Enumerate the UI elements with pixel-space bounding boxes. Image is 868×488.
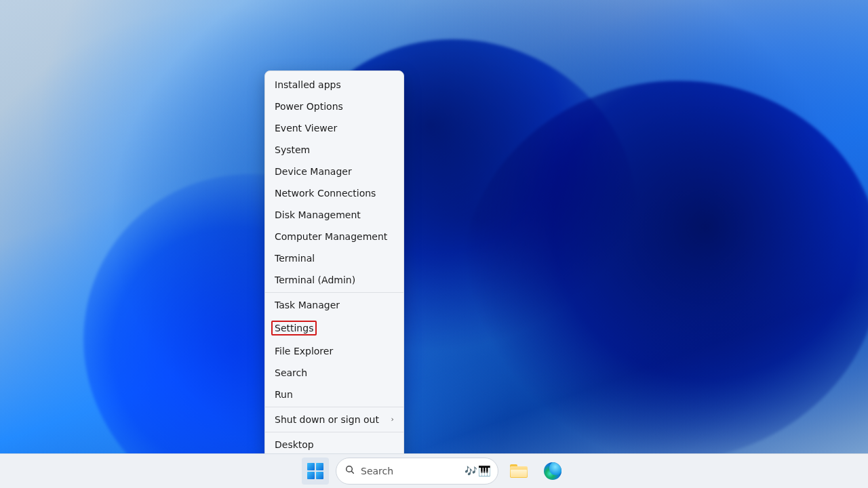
menu-item-label: Power Options — [275, 101, 343, 112]
menu-separator — [265, 292, 403, 293]
menu-item-label: Event Viewer — [275, 123, 337, 134]
edge-button[interactable] — [539, 458, 566, 485]
taskbar-search[interactable]: Search 🎶 🎹 — [336, 458, 498, 485]
menu-item-label: System — [275, 144, 310, 155]
start-button[interactable] — [302, 458, 329, 485]
menu-item-terminal-admin[interactable]: Terminal (Admin) — [265, 269, 403, 291]
taskbar: Search 🎶 🎹 — [0, 453, 868, 488]
menu-item-run[interactable]: Run — [265, 384, 403, 405]
search-icon — [344, 464, 355, 478]
menu-item-label: Computer Management — [275, 231, 387, 242]
folder-icon — [510, 464, 528, 478]
menu-item-device-manager[interactable]: Device Manager — [265, 161, 403, 182]
menu-item-label: Task Manager — [275, 300, 340, 310]
svg-line-1 — [351, 471, 353, 473]
menu-item-label: Desktop — [275, 439, 314, 450]
desktop-wallpaper — [0, 0, 868, 488]
piano-icon: 🎹 — [478, 465, 491, 477]
menu-item-file-explorer[interactable]: File Explorer — [265, 340, 403, 362]
menu-item-label: Network Connections — [275, 188, 376, 199]
menu-item-search[interactable]: Search — [265, 362, 403, 384]
menu-item-settings[interactable]: Settings — [265, 316, 403, 340]
menu-item-installed-apps[interactable]: Installed apps — [265, 74, 403, 96]
menu-item-label: Shut down or sign out — [275, 414, 379, 425]
menu-item-label: Run — [275, 389, 293, 400]
menu-item-shut-down-sign-out[interactable]: Shut down or sign out› — [265, 409, 403, 430]
windows-logo-icon — [307, 463, 323, 479]
search-placeholder: Search — [361, 466, 459, 476]
menu-item-network-connections[interactable]: Network Connections — [265, 182, 403, 204]
edge-icon — [544, 462, 561, 480]
menu-item-system[interactable]: System — [265, 139, 403, 161]
menu-item-label: Device Manager — [275, 166, 352, 177]
menu-item-label: Installed apps — [275, 79, 341, 90]
menu-item-event-viewer[interactable]: Event Viewer — [265, 117, 403, 139]
menu-item-label: File Explorer — [275, 346, 333, 357]
menu-item-label: Settings — [275, 323, 313, 333]
menu-item-task-manager[interactable]: Task Manager — [265, 294, 403, 316]
menu-item-disk-management[interactable]: Disk Management — [265, 204, 403, 226]
chevron-right-icon: › — [391, 413, 394, 426]
menu-item-computer-management[interactable]: Computer Management — [265, 226, 403, 247]
file-explorer-button[interactable] — [505, 458, 532, 485]
power-user-menu[interactable]: Installed appsPower OptionsEvent ViewerS… — [264, 70, 404, 459]
menu-item-label: Search — [275, 367, 307, 378]
menu-item-label: Terminal (Admin) — [275, 274, 355, 285]
menu-item-power-options[interactable]: Power Options — [265, 96, 403, 117]
music-notes-icon: 🎶 — [465, 465, 477, 477]
menu-item-label: Terminal — [275, 253, 315, 264]
search-highlight-icons: 🎶 🎹 — [465, 465, 491, 477]
menu-separator — [265, 432, 403, 432]
menu-item-terminal[interactable]: Terminal — [265, 247, 403, 269]
menu-item-desktop[interactable]: Desktop — [265, 434, 403, 455]
menu-separator — [265, 407, 403, 407]
menu-item-label: Disk Management — [275, 209, 361, 220]
